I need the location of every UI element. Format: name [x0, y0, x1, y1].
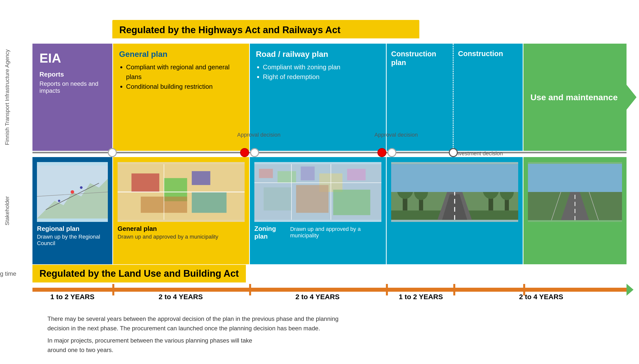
svg-rect-21 [264, 187, 291, 210]
use-maintenance-top-box: Use and maintenance [523, 44, 626, 151]
footer-line-2: decision in the next phase. The procurem… [47, 324, 522, 333]
eia-reports-text: Reports on needs and impacts [40, 80, 105, 94]
construction-road-img [391, 162, 518, 222]
general-plan-top-box: General plan Compliant with regional and… [112, 44, 249, 151]
footer-text: There may be several years between the a… [47, 314, 522, 355]
land-use-row: Planning time Regulated by the Land Use … [33, 265, 626, 282]
list-item: Compliant with regional and general plan… [126, 62, 243, 82]
zoning-plan-bottom-box: Zoning plan Drawn up and approved by a m… [249, 157, 386, 264]
eia-box: EIA Reports Reports on needs and impacts [33, 44, 112, 151]
general-plan-bottom-title: General plan [118, 225, 245, 232]
use-maintenance-bottom-box [523, 157, 626, 264]
construction-plan-top-title: Construction plan [391, 50, 448, 67]
general-plan-bottom-text: Drawn up and approved by a municipality [118, 234, 245, 240]
svg-rect-18 [301, 166, 315, 180]
dot-investment [449, 148, 458, 157]
svg-point-5 [80, 186, 83, 189]
svg-rect-8 [132, 174, 159, 192]
top-row: EIA Reports Reports on needs and impacts… [33, 44, 626, 151]
time-bar-arrow [626, 284, 633, 296]
zoning-plan-bottom-map [254, 162, 381, 222]
highways-banner: Regulated by the Highways Act and Railwa… [112, 20, 419, 38]
construction-top-box: Construction [453, 44, 523, 151]
year-5: 2 to 4 YEARS [456, 293, 626, 301]
svg-rect-16 [259, 169, 273, 178]
vertical-label-bottom: Stakeholder [0, 157, 15, 264]
highways-banner-title: Regulated by the Highways Act and Railwa… [119, 24, 412, 36]
dot-white-2 [250, 148, 259, 157]
svg-rect-17 [278, 171, 296, 182]
svg-rect-40 [391, 164, 518, 192]
svg-rect-23 [333, 190, 370, 215]
year-1: 1 to 2 YEARS [33, 293, 112, 301]
footer-line-4: around one to two years. [47, 345, 522, 355]
dot-red-2 [377, 148, 386, 157]
year-2: 2 to 4 YEARS [112, 293, 249, 301]
general-plan-bottom-box: General plan Drawn up and approved by a … [112, 157, 249, 264]
svg-rect-10 [192, 171, 210, 185]
svg-point-6 [58, 200, 60, 202]
year-4: 1 to 2 YEARS [386, 293, 456, 301]
dot-1 [108, 148, 117, 157]
footer-line-3: In major projects, procurement between t… [47, 336, 522, 345]
use-maintenance-top-title: Use and maintenance [530, 92, 619, 102]
years-row: 1 to 2 YEARS 2 to 4 YEARS 2 to 4 YEARS 1… [33, 293, 626, 301]
dot-red-1 [240, 148, 249, 157]
approval-decision-2-label: Approval decision [374, 132, 418, 138]
regional-plan-map [37, 162, 108, 222]
zoning-plan-title: Zoning plan [254, 225, 288, 240]
general-plan-bottom-map [118, 162, 245, 222]
regional-plan-box: Regional plan Drawn up by the Regional C… [33, 157, 112, 264]
time-bar [33, 288, 626, 292]
svg-rect-12 [192, 192, 227, 213]
eia-reports-title: Reports [40, 70, 105, 78]
bottom-row: Regional plan Drawn up by the Regional C… [33, 157, 626, 264]
year-3: 2 to 4 YEARS [249, 293, 386, 301]
eia-title: EIA [40, 50, 105, 66]
regional-plan-text: Drawn up by the Regional Council [37, 234, 108, 246]
timeline-line [33, 152, 626, 153]
planning-time-label: Planning time [0, 270, 16, 277]
construction-bottom-box [386, 157, 523, 264]
svg-rect-20 [347, 169, 366, 180]
list-item: Compliant with zoning plan [263, 62, 380, 72]
svg-rect-22 [296, 185, 328, 213]
general-plan-top-list: Compliant with regional and general plan… [119, 62, 243, 92]
construction-top-title: Construction [458, 50, 518, 58]
zoning-plan-title-row: Zoning plan Drawn up and approved by a m… [254, 225, 381, 241]
regional-plan-title: Regional plan [37, 225, 108, 232]
road-plan-top-list: Compliant with zoning plan Right of rede… [256, 62, 380, 82]
zoning-plan-subtitle: Drawn up and approved by a municipality [290, 226, 381, 239]
approval-decision-1-label: Approval decision [237, 132, 281, 138]
planning-time-section: Planning time Regulated by the Land Use … [33, 265, 626, 296]
road-plan-top-title: Road / railway plan [256, 50, 380, 59]
vertical-label-top: Finnish Transport Infrastructure Agency [0, 44, 15, 151]
general-plan-top-title: General plan [119, 50, 243, 59]
land-use-banner: Regulated by the Land Use and Building A… [33, 265, 246, 282]
use-road-img [528, 162, 622, 222]
investment-decision-label: Investment decision [454, 150, 503, 157]
footer-line-1: There may be several years between the a… [47, 314, 522, 324]
svg-point-4 [71, 190, 74, 194]
list-item: Conditional building restriction [126, 82, 243, 92]
list-item: Right of redemption [263, 72, 380, 82]
timeline-row: Approval decision Approval decision Inve… [33, 145, 626, 160]
dot-white-3 [387, 148, 396, 157]
